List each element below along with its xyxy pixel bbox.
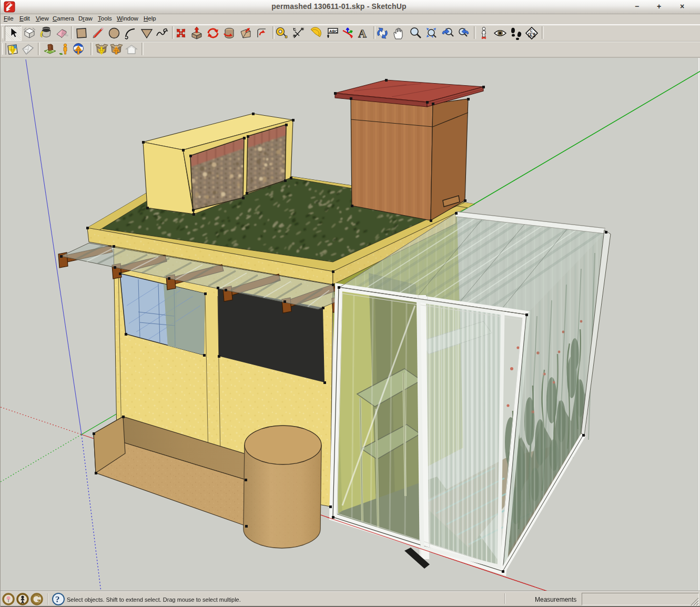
svg-text:C: C bbox=[530, 29, 533, 33]
svg-text:A: A bbox=[358, 27, 367, 40]
svg-text:A·5: A·5 bbox=[530, 33, 535, 37]
svg-text:ABC: ABC bbox=[329, 29, 338, 34]
svg-text:?: ? bbox=[55, 594, 60, 604]
